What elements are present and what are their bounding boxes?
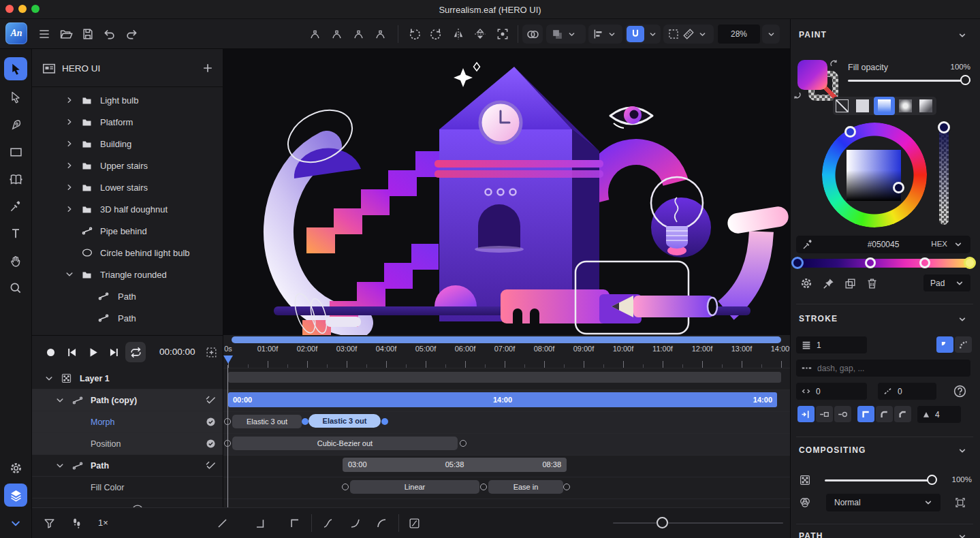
- dash-offset-field[interactable]: [816, 387, 857, 396]
- easing-segment-selected[interactable]: Elastic 3 out: [309, 414, 381, 428]
- alpha-handle[interactable]: [938, 121, 950, 133]
- keyframe-marker[interactable]: [563, 484, 570, 490]
- add-anchor-tool[interactable]: [306, 25, 323, 43]
- tree-item-path[interactable]: Path: [32, 307, 223, 329]
- layer-row-position[interactable]: Position: [32, 433, 223, 455]
- remove-anchor-tool[interactable]: [328, 25, 345, 43]
- chevron-right-icon[interactable]: [65, 204, 74, 214]
- stroke-width-field[interactable]: [817, 341, 857, 350]
- gradient-stop-selected[interactable]: [791, 257, 804, 269]
- easing-segment[interactable]: Cubic-Bezier out: [232, 437, 458, 450]
- save-button[interactable]: [79, 25, 97, 43]
- timeline-zoom-knob[interactable]: [657, 517, 668, 528]
- dash-pattern-field[interactable]: [817, 364, 933, 373]
- layer-opacity-slider[interactable]: [825, 479, 935, 481]
- corner-anchor-tool[interactable]: [349, 25, 367, 43]
- chevron-down-icon[interactable]: [957, 531, 968, 538]
- chevron-right-icon[interactable]: [65, 183, 74, 192]
- paint-none-button[interactable]: [836, 99, 849, 112]
- align-dropdown[interactable]: [588, 25, 622, 44]
- loop-toggle[interactable]: [125, 342, 146, 362]
- gradient-duplicate-button[interactable]: [841, 274, 859, 292]
- timeline-zoom-slider[interactable]: [613, 522, 783, 524]
- saturation-value-square[interactable]: [847, 150, 901, 201]
- chevron-right-icon[interactable]: [65, 117, 74, 127]
- hex-value[interactable]: #050045: [868, 240, 900, 249]
- gradient-settings-button[interactable]: [797, 274, 815, 292]
- gradient-stop[interactable]: [865, 257, 876, 268]
- gradient-pin-button[interactable]: [819, 274, 837, 292]
- add-keyframe-button[interactable]: [202, 343, 220, 361]
- swap-fill-stroke-icon[interactable]: [829, 59, 839, 69]
- zoom-level-field[interactable]: 28%: [718, 25, 760, 44]
- hand-tool[interactable]: [7, 252, 25, 270]
- stroke-section-header[interactable]: STROKE: [799, 314, 838, 323]
- easing-custom-button[interactable]: [405, 514, 423, 532]
- menu-button[interactable]: [35, 25, 53, 43]
- eyedropper-tool[interactable]: [7, 197, 25, 215]
- paint-linear-gradient-button[interactable]: [874, 97, 895, 115]
- gradient-spread-dropdown[interactable]: Pad: [923, 274, 970, 291]
- selection-options-dropdown[interactable]: [663, 25, 714, 44]
- art-pipe-right[interactable]: [726, 205, 790, 311]
- zoom-tool[interactable]: [7, 279, 25, 297]
- chevron-down-icon[interactable]: [957, 445, 968, 456]
- taper-input[interactable]: [878, 383, 936, 400]
- layer-row-morph[interactable]: Morph: [32, 411, 223, 433]
- fill-opacity-knob[interactable]: [960, 75, 970, 85]
- easing-step-start-button[interactable]: [285, 514, 303, 532]
- tree-item-lower-stairs[interactable]: Lower stairs: [32, 176, 223, 198]
- playhead-handle[interactable]: [223, 355, 233, 364]
- record-button[interactable]: [42, 343, 59, 361]
- direct-select-tool[interactable]: [7, 89, 25, 106]
- chevron-down-icon[interactable]: [55, 461, 65, 471]
- text-tool[interactable]: [7, 225, 25, 242]
- miter-limit-field[interactable]: [935, 410, 951, 420]
- art-eye[interactable]: [610, 106, 652, 128]
- rotate-cw-button[interactable]: [428, 25, 445, 43]
- isolate-frame-icon[interactable]: [954, 496, 966, 509]
- chevron-down-icon[interactable]: [953, 239, 964, 250]
- tree-item-upper-stairs[interactable]: Upper stairs: [32, 155, 223, 176]
- chevron-right-icon[interactable]: [65, 161, 74, 170]
- hue-ring-handle[interactable]: [844, 126, 856, 138]
- easing-ease-in-button[interactable]: [346, 514, 364, 532]
- join-miter-button[interactable]: [857, 406, 874, 422]
- applied-check-icon[interactable]: [205, 394, 217, 406]
- chevron-down-icon[interactable]: [957, 30, 968, 41]
- library-tool[interactable]: [7, 170, 25, 188]
- smooth-anchor-tool[interactable]: [371, 25, 389, 43]
- go-to-end-button[interactable]: [105, 343, 123, 361]
- layer-row-path-copy[interactable]: Path (copy): [32, 390, 223, 411]
- tree-item-platform[interactable]: Platform: [32, 111, 223, 133]
- keyframe-marker-selected[interactable]: [381, 418, 388, 425]
- join-round-button[interactable]: [876, 406, 893, 422]
- canvas-artwork[interactable]: [223, 49, 790, 335]
- art-half-doughnut[interactable]: [595, 152, 676, 203]
- eyedropper-icon[interactable]: [802, 238, 814, 251]
- miter-limit-input[interactable]: [917, 406, 961, 423]
- gradient-stop[interactable]: [964, 257, 976, 269]
- stroke-paint-solid-button[interactable]: [936, 336, 953, 353]
- flip-vertical-button[interactable]: [471, 25, 489, 43]
- boolean-shapes-dropdown[interactable]: [546, 25, 586, 44]
- snap-dropdown[interactable]: [625, 25, 661, 44]
- center-focus-button[interactable]: [494, 25, 511, 43]
- art-clock-tower[interactable]: [434, 67, 603, 321]
- taper-field[interactable]: [898, 387, 925, 396]
- cap-butt-button[interactable]: [797, 406, 815, 422]
- tree-item-triangle-rounded[interactable]: Triangle rounded: [32, 264, 223, 285]
- zoom-level-dropdown[interactable]: [762, 25, 780, 44]
- gradient-delete-button[interactable]: [863, 274, 881, 292]
- blend-mode-button[interactable]: [522, 25, 543, 44]
- applied-check-icon[interactable]: [205, 460, 217, 471]
- cap-round-button[interactable]: [834, 406, 851, 422]
- chevron-down-icon[interactable]: [957, 314, 968, 325]
- filter-button[interactable]: [40, 514, 58, 532]
- magnet-snap-button[interactable]: [627, 26, 644, 42]
- settings-button[interactable]: [7, 459, 25, 477]
- sv-handle[interactable]: [893, 182, 904, 193]
- flip-horizontal-button[interactable]: [449, 25, 467, 43]
- rectangle-tool[interactable]: [7, 143, 25, 161]
- layers-panel-button[interactable]: [4, 484, 27, 507]
